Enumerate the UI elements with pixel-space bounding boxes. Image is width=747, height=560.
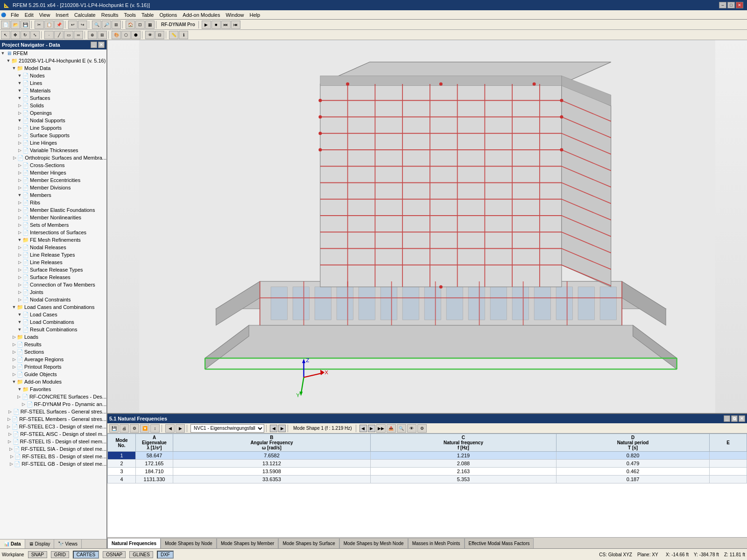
tree-item[interactable]: ▷📄Surface Release Types bbox=[0, 266, 106, 273]
tree-expander[interactable]: ▼ bbox=[0, 50, 6, 56]
tree-expander[interactable]: ▷ bbox=[11, 371, 17, 377]
tree-item[interactable]: ▼📄Result Combinations bbox=[0, 326, 106, 333]
tree-expander[interactable]: ▷ bbox=[17, 289, 22, 295]
tree-expander[interactable]: ▷ bbox=[17, 170, 22, 175]
bt-next[interactable]: ▶ bbox=[176, 424, 185, 433]
tree-item[interactable]: ▷📄Connection of Two Members bbox=[0, 281, 106, 288]
table-row[interactable]: 3184.71013.59082.1630.462 bbox=[108, 468, 747, 476]
tree-expander[interactable]: ▷ bbox=[17, 110, 22, 116]
tree-expander[interactable]: ▷ bbox=[11, 349, 17, 355]
tree-item[interactable]: ▷📄RF-STEEL BS - Design of steel me... bbox=[0, 453, 106, 460]
tree-expander[interactable]: ▼ bbox=[17, 80, 22, 86]
tree-item[interactable]: ▷📄Line Release Types bbox=[0, 251, 106, 259]
tree-item[interactable]: ▷📄Line Releases bbox=[0, 259, 106, 266]
tree-item[interactable]: ▷📄Average Regions bbox=[0, 356, 106, 363]
tree-expander[interactable]: ▼ bbox=[17, 73, 22, 78]
tree-expander[interactable]: ▷ bbox=[17, 222, 22, 228]
tb-front-view[interactable]: ▦ bbox=[145, 21, 155, 29]
tree-expander[interactable]: ▷ bbox=[21, 401, 27, 407]
result-tab-2[interactable]: Mode Shapes by Member bbox=[217, 538, 279, 548]
bt-save[interactable]: 💾 bbox=[109, 424, 119, 433]
tree-expander[interactable]: ▷ bbox=[17, 215, 22, 220]
tree-item[interactable]: ▼🖥RFEM bbox=[0, 49, 106, 57]
tb2-measure[interactable]: 📏 bbox=[169, 31, 178, 39]
snap-btn[interactable]: SNAP bbox=[28, 551, 47, 558]
tree-item[interactable]: ▼📁Model Data bbox=[0, 64, 106, 72]
glines-btn[interactable]: GLINES bbox=[129, 551, 153, 558]
tb2-section[interactable]: ⊟ bbox=[155, 31, 164, 39]
cartes-btn[interactable]: CARTES bbox=[73, 551, 99, 559]
tb-play[interactable]: ▶ bbox=[202, 21, 211, 29]
next-arrow[interactable]: ▶ bbox=[278, 425, 286, 432]
tree-item[interactable]: ▷📄RF-STEEL AISC - Design of steel m... bbox=[0, 430, 106, 438]
bt-animate[interactable]: ▶▶ bbox=[376, 424, 386, 433]
tree-item[interactable]: ▷📄Intersections of Surfaces bbox=[0, 229, 106, 236]
mode-next-arrow[interactable]: ▶ bbox=[368, 425, 375, 432]
tree-expander[interactable]: ▷ bbox=[17, 245, 22, 250]
tree-item[interactable]: ▼📁FE Mesh Refinements bbox=[0, 236, 106, 244]
result-tab-5[interactable]: Masses in Mesh Points bbox=[408, 538, 465, 548]
tree-item[interactable]: ▷📄Nodal Constraints bbox=[0, 296, 106, 303]
tb2-scale[interactable]: ⤡ bbox=[30, 31, 40, 39]
tree-expander[interactable]: ▷ bbox=[7, 431, 13, 437]
tree-expander[interactable]: ▷ bbox=[9, 454, 14, 459]
tree-expander[interactable]: ▼ bbox=[17, 192, 22, 198]
tree-expander[interactable]: ▷ bbox=[7, 409, 13, 414]
tree-item[interactable]: ▼📄Load Cases bbox=[0, 311, 106, 318]
mode-prev-arrow[interactable]: ◀ bbox=[359, 425, 367, 432]
bt-sort[interactable]: ↕ bbox=[150, 424, 160, 433]
tb-open[interactable]: 📂 bbox=[11, 21, 20, 29]
tree-item[interactable]: ▼📄Nodal Supports bbox=[0, 117, 106, 124]
bt-settings[interactable]: ⚙ bbox=[130, 424, 139, 433]
tree-expander[interactable]: ▼ bbox=[11, 379, 17, 385]
tree-expander[interactable]: ▷ bbox=[7, 439, 13, 444]
menu-item-insert[interactable]: Insert bbox=[53, 11, 71, 19]
tb-forward[interactable]: ⏭ bbox=[221, 21, 231, 29]
tb2-xray[interactable]: 👁 bbox=[145, 31, 155, 39]
tb2-move[interactable]: ✥ bbox=[11, 31, 20, 39]
maximize-button[interactable]: □ bbox=[727, 2, 735, 8]
tree-expander[interactable]: ▷ bbox=[17, 200, 22, 205]
tree-item[interactable]: ▼📄Surfaces bbox=[0, 94, 106, 102]
tb2-select[interactable]: ↖ bbox=[1, 31, 10, 39]
tb2-rotate[interactable]: ↻ bbox=[21, 31, 30, 39]
tree-item[interactable]: ▷📄RF-DYNAM Pro - Dynamic an... bbox=[0, 400, 106, 408]
tb2-member[interactable]: ═ bbox=[74, 31, 83, 39]
tree-item[interactable]: ▼📄Nodes bbox=[0, 72, 106, 79]
tb2-line[interactable]: ╱ bbox=[54, 31, 63, 39]
menu-item-view[interactable]: View bbox=[36, 11, 53, 19]
tree-item[interactable]: ▷📄RF-CONCRETE Surfaces - Des... bbox=[0, 393, 106, 400]
tb2-render[interactable]: 🎨 bbox=[112, 31, 121, 39]
tree-item[interactable]: ▷📄Nodal Releases bbox=[0, 244, 106, 251]
tree-expander[interactable]: ▷ bbox=[12, 155, 17, 161]
tree-item[interactable]: ▷📄Joints bbox=[0, 288, 106, 296]
tree-item[interactable]: ▼📁210208-V1-LP4-Hochpunkt E (v. 5.16) bbox=[0, 57, 106, 64]
tree-item[interactable]: ▷📄Openings bbox=[0, 109, 106, 117]
result-tab-1[interactable]: Mode Shapes by Node bbox=[161, 538, 217, 548]
tree-expander[interactable]: ▼ bbox=[17, 118, 22, 123]
tb2-solid[interactable]: ⬢ bbox=[131, 31, 141, 39]
tb-new[interactable]: 📄 bbox=[1, 21, 10, 29]
tree-item[interactable]: ▷📄Line Supports bbox=[0, 124, 106, 132]
tree-expander[interactable]: ▼ bbox=[17, 386, 22, 392]
tree-expander[interactable]: ▷ bbox=[17, 259, 22, 265]
tb2-grid[interactable]: ⊞ bbox=[98, 31, 107, 39]
menu-item-results[interactable]: Results bbox=[99, 11, 121, 19]
table-row[interactable]: 41131.33033.63535.3530.187 bbox=[108, 476, 747, 483]
tree-item[interactable]: ▷📄Member Eccentricities bbox=[0, 176, 106, 184]
tree-expander[interactable]: ▷ bbox=[11, 357, 17, 362]
tb2-wireframe[interactable]: ⬡ bbox=[121, 31, 131, 39]
3d-viewport[interactable]: windows array bbox=[107, 40, 747, 413]
tree-item[interactable]: ▼📁Favorites bbox=[0, 385, 106, 393]
tree-expander[interactable]: ▷ bbox=[17, 147, 22, 153]
tree-expander[interactable]: ▷ bbox=[17, 297, 22, 302]
tab-display[interactable]: 🖥 Display bbox=[25, 539, 55, 548]
tree-item[interactable]: ▷📄RF-STEEL Members - General stres... bbox=[0, 415, 106, 423]
tb-stop[interactable]: ■ bbox=[211, 21, 221, 29]
tree-expander[interactable]: ▼ bbox=[17, 95, 22, 101]
tree-expander[interactable]: ▷ bbox=[17, 267, 22, 273]
tb-zoom-out[interactable]: 🔎 bbox=[102, 21, 111, 29]
osnap-btn[interactable]: OSNAP bbox=[103, 551, 126, 558]
tree-item[interactable]: ▷📄Member Divisions bbox=[0, 184, 106, 191]
tree-item[interactable]: ▷📄Solids bbox=[0, 102, 106, 109]
